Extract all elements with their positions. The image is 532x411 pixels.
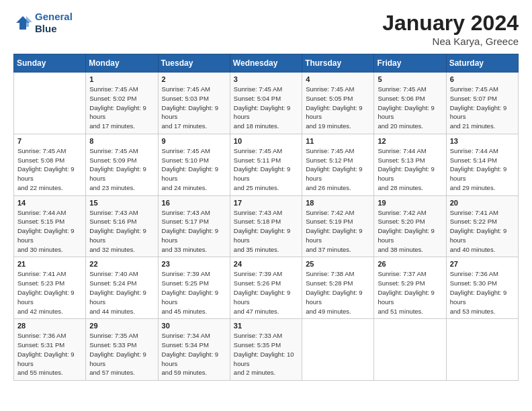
day-info: Sunrise: 7:45 AMSunset: 5:07 PMDaylight:… — [450, 85, 515, 131]
calendar-cell: 27Sunrise: 7:36 AMSunset: 5:30 PMDayligh… — [446, 257, 518, 319]
calendar-cell: 14Sunrise: 7:44 AMSunset: 5:15 PMDayligh… — [14, 195, 86, 257]
day-info: Sunrise: 7:41 AMSunset: 5:22 PMDaylight:… — [450, 208, 515, 255]
calendar-cell: 25Sunrise: 7:38 AMSunset: 5:28 PMDayligh… — [302, 257, 374, 319]
calendar-container: General Blue January 2024 Nea Karya, Gre… — [0, 0, 532, 387]
calendar-cell: 31Sunrise: 7:33 AMSunset: 5:35 PMDayligh… — [230, 319, 302, 381]
day-number: 8 — [89, 137, 154, 145]
calendar-cell: 30Sunrise: 7:34 AMSunset: 5:34 PMDayligh… — [158, 319, 230, 381]
day-info: Sunrise: 7:41 AMSunset: 5:23 PMDaylight:… — [17, 269, 82, 316]
calendar-cell — [446, 319, 518, 381]
calendar-cell: 26Sunrise: 7:37 AMSunset: 5:29 PMDayligh… — [374, 257, 446, 319]
day-info: Sunrise: 7:40 AMSunset: 5:24 PMDaylight:… — [89, 269, 154, 316]
calendar-cell: 2Sunrise: 7:45 AMSunset: 5:03 PMDaylight… — [158, 73, 230, 134]
day-info: Sunrise: 7:42 AMSunset: 5:19 PMDaylight:… — [306, 208, 370, 255]
day-info: Sunrise: 7:45 AMSunset: 5:12 PMDaylight:… — [306, 146, 370, 193]
calendar-cell: 22Sunrise: 7:40 AMSunset: 5:24 PMDayligh… — [86, 257, 158, 319]
calendar-cell: 21Sunrise: 7:41 AMSunset: 5:23 PMDayligh… — [14, 257, 86, 319]
day-number: 30 — [162, 322, 226, 330]
calendar-cell: 8Sunrise: 7:45 AMSunset: 5:09 PMDaylight… — [86, 134, 158, 195]
day-number: 26 — [378, 260, 442, 268]
calendar-cell: 18Sunrise: 7:42 AMSunset: 5:19 PMDayligh… — [302, 195, 374, 257]
calendar-cell: 28Sunrise: 7:36 AMSunset: 5:31 PMDayligh… — [14, 319, 86, 381]
day-info: Sunrise: 7:37 AMSunset: 5:29 PMDaylight:… — [378, 269, 442, 316]
day-info: Sunrise: 7:45 AMSunset: 5:06 PMDaylight:… — [378, 85, 442, 131]
day-number: 9 — [162, 137, 226, 145]
calendar-week-row: 14Sunrise: 7:44 AMSunset: 5:15 PMDayligh… — [14, 195, 519, 257]
calendar-week-row: 7Sunrise: 7:45 AMSunset: 5:08 PMDaylight… — [14, 134, 519, 195]
calendar-cell — [14, 73, 86, 134]
calendar-cell: 23Sunrise: 7:39 AMSunset: 5:25 PMDayligh… — [158, 257, 230, 319]
day-number: 28 — [17, 322, 82, 330]
day-info: Sunrise: 7:43 AMSunset: 5:17 PMDaylight:… — [162, 208, 226, 255]
day-number: 31 — [234, 322, 298, 330]
day-info: Sunrise: 7:42 AMSunset: 5:20 PMDaylight:… — [378, 208, 442, 255]
day-number: 24 — [234, 260, 298, 268]
day-number: 19 — [378, 199, 442, 207]
weekday-header-row: SundayMondayTuesdayWednesdayThursdayFrid… — [14, 54, 519, 73]
day-info: Sunrise: 7:36 AMSunset: 5:30 PMDaylight:… — [450, 269, 515, 316]
day-info: Sunrise: 7:43 AMSunset: 5:16 PMDaylight:… — [89, 208, 154, 255]
day-number: 6 — [450, 75, 515, 83]
day-number: 27 — [450, 260, 515, 268]
title-block: January 2024 Nea Karya, Greece — [382, 11, 519, 47]
calendar-cell: 11Sunrise: 7:45 AMSunset: 5:12 PMDayligh… — [302, 134, 374, 195]
day-info: Sunrise: 7:45 AMSunset: 5:11 PMDaylight:… — [234, 146, 298, 193]
day-number: 4 — [306, 75, 370, 83]
day-number: 13 — [450, 137, 515, 145]
day-info: Sunrise: 7:45 AMSunset: 5:05 PMDaylight:… — [306, 85, 370, 131]
logo-text: General Blue — [35, 11, 73, 35]
day-number: 21 — [17, 260, 82, 268]
day-info: Sunrise: 7:35 AMSunset: 5:33 PMDaylight:… — [89, 331, 154, 377]
calendar-cell: 17Sunrise: 7:43 AMSunset: 5:18 PMDayligh… — [230, 195, 302, 257]
calendar-week-row: 1Sunrise: 7:45 AMSunset: 5:02 PMDaylight… — [14, 73, 519, 134]
calendar-cell: 9Sunrise: 7:45 AMSunset: 5:10 PMDaylight… — [158, 134, 230, 195]
calendar-subtitle: Nea Karya, Greece — [382, 36, 519, 47]
day-info: Sunrise: 7:43 AMSunset: 5:18 PMDaylight:… — [234, 208, 298, 255]
calendar-week-row: 21Sunrise: 7:41 AMSunset: 5:23 PMDayligh… — [14, 257, 519, 319]
logo: General Blue — [13, 11, 73, 35]
day-number: 1 — [89, 75, 154, 83]
day-number: 2 — [162, 75, 226, 83]
calendar-cell: 4Sunrise: 7:45 AMSunset: 5:05 PMDaylight… — [302, 73, 374, 134]
calendar-cell: 7Sunrise: 7:45 AMSunset: 5:08 PMDaylight… — [14, 134, 86, 195]
day-number: 11 — [306, 137, 370, 145]
day-info: Sunrise: 7:44 AMSunset: 5:14 PMDaylight:… — [450, 146, 515, 193]
calendar-cell: 10Sunrise: 7:45 AMSunset: 5:11 PMDayligh… — [230, 134, 302, 195]
day-info: Sunrise: 7:45 AMSunset: 5:03 PMDaylight:… — [162, 85, 226, 131]
day-number: 10 — [234, 137, 298, 145]
weekday-header-thursday: Thursday — [302, 54, 374, 73]
header-row: General Blue January 2024 Nea Karya, Gre… — [13, 11, 519, 47]
weekday-header-sunday: Sunday — [14, 54, 86, 73]
day-info: Sunrise: 7:44 AMSunset: 5:13 PMDaylight:… — [378, 146, 442, 193]
calendar-cell: 1Sunrise: 7:45 AMSunset: 5:02 PMDaylight… — [86, 73, 158, 134]
calendar-cell: 13Sunrise: 7:44 AMSunset: 5:14 PMDayligh… — [446, 134, 518, 195]
day-number: 22 — [89, 260, 154, 268]
day-info: Sunrise: 7:45 AMSunset: 5:02 PMDaylight:… — [89, 85, 154, 131]
logo-icon — [13, 13, 32, 32]
calendar-cell — [302, 319, 374, 381]
day-number: 15 — [89, 199, 154, 207]
calendar-cell — [374, 319, 446, 381]
day-info: Sunrise: 7:45 AMSunset: 5:09 PMDaylight:… — [89, 146, 154, 193]
day-info: Sunrise: 7:33 AMSunset: 5:35 PMDaylight:… — [234, 331, 298, 377]
calendar-cell: 24Sunrise: 7:39 AMSunset: 5:26 PMDayligh… — [230, 257, 302, 319]
calendar-title: January 2024 — [382, 11, 519, 36]
calendar-table: SundayMondayTuesdayWednesdayThursdayFrid… — [13, 54, 519, 381]
day-number: 5 — [378, 75, 442, 83]
calendar-cell: 3Sunrise: 7:45 AMSunset: 5:04 PMDaylight… — [230, 73, 302, 134]
day-info: Sunrise: 7:34 AMSunset: 5:34 PMDaylight:… — [162, 331, 226, 377]
weekday-header-saturday: Saturday — [446, 54, 518, 73]
day-info: Sunrise: 7:45 AMSunset: 5:04 PMDaylight:… — [234, 85, 298, 131]
day-number: 25 — [306, 260, 370, 268]
day-info: Sunrise: 7:45 AMSunset: 5:08 PMDaylight:… — [17, 146, 82, 193]
calendar-cell: 12Sunrise: 7:44 AMSunset: 5:13 PMDayligh… — [374, 134, 446, 195]
day-number: 14 — [17, 199, 82, 207]
day-info: Sunrise: 7:39 AMSunset: 5:25 PMDaylight:… — [162, 269, 226, 316]
calendar-week-row: 28Sunrise: 7:36 AMSunset: 5:31 PMDayligh… — [14, 319, 519, 381]
day-info: Sunrise: 7:44 AMSunset: 5:15 PMDaylight:… — [17, 208, 82, 255]
day-number: 12 — [378, 137, 442, 145]
weekday-header-tuesday: Tuesday — [158, 54, 230, 73]
weekday-header-monday: Monday — [86, 54, 158, 73]
day-number: 17 — [234, 199, 298, 207]
day-info: Sunrise: 7:36 AMSunset: 5:31 PMDaylight:… — [17, 331, 82, 377]
